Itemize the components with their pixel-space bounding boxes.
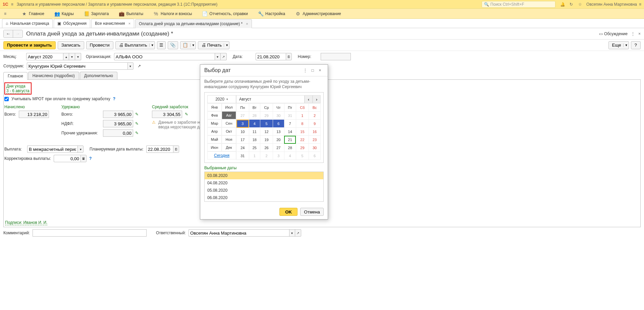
kebab-icon[interactable]: ⋮ bbox=[302, 68, 309, 73]
open-link-icon[interactable]: ↗ bbox=[138, 64, 141, 68]
month-cell[interactable]: Фев bbox=[207, 111, 222, 119]
day-cell[interactable]: 27 bbox=[236, 112, 249, 120]
pencil-icon[interactable]: ✎ bbox=[135, 131, 139, 135]
day-cell-today[interactable]: 21 bbox=[284, 136, 296, 144]
responsible-input[interactable] bbox=[189, 229, 289, 237]
month-cell[interactable]: Окт bbox=[222, 127, 236, 135]
dropdown-icon[interactable]: ▾ bbox=[77, 145, 84, 153]
tab-active-document[interactable]: Оплата дней ухода за детьми-инвалидами (… bbox=[135, 19, 252, 28]
care-days-range-link[interactable]: 3 - 6 августа bbox=[6, 88, 30, 94]
planned-date-input[interactable] bbox=[146, 145, 173, 153]
day-cell[interactable]: 27 bbox=[273, 144, 284, 152]
day-cell-selected[interactable]: 6 bbox=[273, 120, 284, 128]
post-and-close-button[interactable]: Провести и закрыть bbox=[3, 41, 56, 49]
next-month-button[interactable]: › bbox=[313, 95, 321, 103]
month-cell[interactable]: Сен bbox=[222, 119, 236, 127]
inner-tab-accrued[interactable]: Начислено (подробно) bbox=[28, 72, 79, 79]
month-input[interactable] bbox=[26, 53, 63, 60]
calc-icon[interactable]: 🖩 bbox=[80, 155, 87, 162]
tab-accruals[interactable]: Все начисления× bbox=[91, 19, 134, 28]
day-cell[interactable]: 22 bbox=[296, 136, 309, 144]
payout-input[interactable] bbox=[27, 145, 77, 153]
global-search[interactable]: 🔍 Поиск Ctrl+Shift+F bbox=[482, 1, 555, 8]
cancel-button[interactable]: Отмена bbox=[300, 208, 324, 216]
inner-tab-extra[interactable]: Дополнительно bbox=[80, 72, 117, 79]
day-cell[interactable]: 6 bbox=[309, 152, 321, 160]
spinner-up-icon[interactable]: ▴ bbox=[63, 53, 69, 60]
kebab-icon[interactable]: ⋮ bbox=[631, 32, 635, 36]
day-cell[interactable]: 17 bbox=[236, 136, 249, 144]
close-page-icon[interactable]: × bbox=[638, 32, 641, 36]
mrot-help-icon[interactable]: ? bbox=[113, 97, 115, 101]
dropdown-icon[interactable]: ▾ bbox=[289, 229, 295, 237]
save-button[interactable]: Записать bbox=[58, 41, 84, 49]
star-icon[interactable]: ☆ bbox=[576, 1, 584, 8]
mrot-checkbox[interactable] bbox=[4, 97, 9, 101]
list-button[interactable]: ☰ bbox=[157, 41, 166, 49]
day-cell[interactable]: 8 bbox=[296, 120, 309, 128]
inner-tab-main[interactable]: Главное bbox=[3, 72, 28, 80]
print-button[interactable]: 🖨Печать▼ bbox=[198, 41, 230, 49]
day-cell[interactable]: 9 bbox=[309, 120, 321, 128]
calendar-icon[interactable]: 🗓 bbox=[286, 53, 292, 60]
day-cell[interactable]: 2 bbox=[309, 112, 321, 120]
month-cell[interactable]: Дек bbox=[222, 143, 236, 151]
day-cell[interactable]: 15 bbox=[296, 128, 309, 136]
day-cell[interactable]: 30 bbox=[309, 144, 321, 152]
bell-icon[interactable]: 🔔 bbox=[559, 1, 566, 8]
day-cell[interactable]: 1 bbox=[249, 152, 260, 160]
day-cell[interactable]: 31 bbox=[284, 112, 296, 120]
post-button[interactable]: Провести bbox=[86, 41, 113, 49]
day-cell[interactable]: 23 bbox=[309, 136, 321, 144]
day-cell[interactable]: 19 bbox=[260, 136, 273, 144]
burger-icon[interactable]: ≡ bbox=[11, 2, 13, 7]
month-cell[interactable]: Июл bbox=[222, 103, 236, 111]
day-cell[interactable]: 29 bbox=[260, 112, 273, 120]
menu-taxes[interactable]: %Налоги и взносы bbox=[153, 11, 192, 16]
tab-start[interactable]: ⌂Начальная страница bbox=[2, 19, 53, 28]
dropdown-icon[interactable]: ▾ bbox=[215, 53, 221, 60]
month-cell-active[interactable]: Авг bbox=[222, 111, 236, 119]
reflect-button[interactable]: 📋▼ bbox=[180, 41, 196, 49]
signatures-link[interactable]: Подписи: Иванов И. И. bbox=[5, 220, 47, 225]
menu-salary[interactable]: 📒Зарплата bbox=[84, 11, 109, 16]
day-cell-selected[interactable]: 5 bbox=[260, 120, 273, 128]
selected-date-item[interactable]: 05.08.2020 bbox=[205, 187, 323, 194]
attach-button[interactable]: 📎 bbox=[168, 41, 178, 49]
day-cell[interactable]: 26 bbox=[260, 144, 273, 152]
month-cell[interactable]: Мар bbox=[207, 119, 222, 127]
day-cell[interactable]: 10 bbox=[236, 128, 249, 136]
day-cell[interactable]: 13 bbox=[273, 128, 284, 136]
pencil-icon[interactable]: ✎ bbox=[185, 112, 188, 117]
dropdown-icon[interactable]: ▾ bbox=[75, 53, 81, 60]
dropdown-icon[interactable]: ▾ bbox=[127, 62, 133, 70]
month-cell[interactable]: Ноя bbox=[222, 135, 236, 143]
today-link[interactable]: Сегодня bbox=[207, 151, 236, 160]
menu-burger-icon[interactable]: ≡ bbox=[4, 11, 11, 16]
menu-main[interactable]: ★Главное bbox=[21, 11, 44, 16]
day-cell[interactable]: 31 bbox=[236, 152, 249, 160]
day-cell[interactable]: 5 bbox=[296, 152, 309, 160]
month-cell[interactable]: Июн bbox=[207, 143, 222, 151]
day-cell[interactable]: 25 bbox=[249, 144, 260, 152]
menu-staff[interactable]: 👥Кадры bbox=[54, 11, 74, 16]
correction-input[interactable] bbox=[54, 155, 80, 162]
month-cell[interactable]: Май bbox=[207, 135, 222, 143]
year-selector[interactable]: 2020 ▾ bbox=[207, 95, 236, 103]
pay-button[interactable]: 🖨Выплатить▼ bbox=[115, 41, 155, 49]
day-cell[interactable]: 28 bbox=[249, 112, 260, 120]
help-button[interactable]: ? bbox=[631, 41, 641, 49]
ok-button[interactable]: OK bbox=[279, 208, 298, 216]
day-cell[interactable]: 30 bbox=[273, 112, 284, 120]
menu-admin[interactable]: ⚙Администрирование bbox=[295, 11, 341, 16]
selected-date-item[interactable]: 03.08.2020 bbox=[205, 172, 323, 179]
pencil-icon[interactable]: ✎ bbox=[135, 121, 139, 126]
prev-month-button[interactable]: ‹ bbox=[305, 95, 313, 103]
close-icon[interactable]: × bbox=[128, 21, 130, 25]
day-cell[interactable]: 28 bbox=[284, 144, 296, 152]
correction-help-icon[interactable]: ? bbox=[89, 156, 92, 161]
close-icon[interactable]: × bbox=[246, 22, 248, 26]
menu-reports[interactable]: 📄Отчетность, справки bbox=[202, 11, 248, 16]
day-cell-selected[interactable]: 3 bbox=[236, 120, 249, 128]
day-cell[interactable]: 29 bbox=[296, 144, 309, 152]
